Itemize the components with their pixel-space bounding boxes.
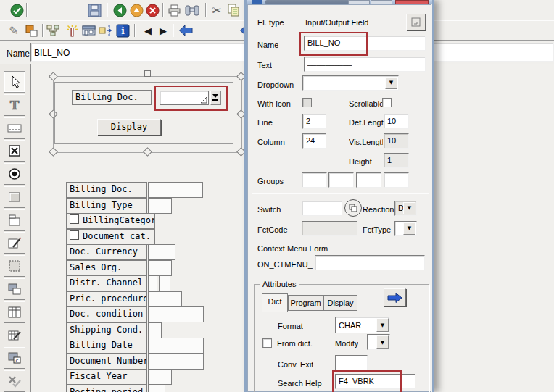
check-circle-icon[interactable] xyxy=(9,2,25,18)
tool-palette: T c xyxy=(0,64,30,392)
canvas-field-input[interactable] xyxy=(148,260,172,276)
canvas-keyword-label[interactable]: Billing Date xyxy=(66,338,147,354)
field-wizard-tool-button[interactable] xyxy=(4,232,25,254)
custom-control-tool-button[interactable]: c xyxy=(4,347,25,369)
table-wizard-tool-button[interactable] xyxy=(4,325,25,346)
name-field-label: Name xyxy=(7,49,30,59)
canvas-field-input[interactable] xyxy=(148,291,182,307)
canvas-label-text: Doc. Currency xyxy=(70,246,138,257)
toolbar-separator xyxy=(42,24,44,37)
info-icon[interactable]: i xyxy=(115,22,131,38)
attributes-dialog xyxy=(244,0,434,392)
canvas-label-text: Doc. condition xyxy=(70,309,143,319)
hierarchy-icon[interactable] xyxy=(45,22,61,38)
pushbutton-tool-button[interactable] xyxy=(4,186,25,208)
status-icon-tool-button[interactable] xyxy=(4,370,25,392)
canvas-label-text: Posting period xyxy=(70,387,143,392)
canvas-keyword-label[interactable]: Doc. condition xyxy=(66,306,147,322)
svg-text:T: T xyxy=(10,98,20,112)
canvas-label-text: BillingCategory xyxy=(83,215,155,225)
canvas-keyword-label[interactable]: Document Number xyxy=(66,354,147,370)
frame-tab-tool-button[interactable] xyxy=(4,209,25,231)
prev-triangle-icon[interactable]: ◀ xyxy=(140,22,156,38)
screen-window-icon[interactable] xyxy=(81,22,97,38)
cancel-icon[interactable] xyxy=(144,2,160,18)
text-tool-button[interactable]: T xyxy=(4,94,25,116)
canvas-keyword-label[interactable]: Billing Doc. xyxy=(66,182,147,198)
canvas-keyword-label[interactable]: Doc. Currency xyxy=(66,244,147,260)
exit-up-icon[interactable] xyxy=(128,2,144,18)
checkbox-glyph xyxy=(70,230,79,240)
canvas-field-input[interactable] xyxy=(148,275,157,291)
copy-object-icon[interactable] xyxy=(23,22,39,38)
checkbox-tool-button[interactable] xyxy=(4,140,25,162)
toolbar-separator xyxy=(26,3,28,17)
table-control-tool-button[interactable] xyxy=(4,301,25,323)
canvas-label-text: Fiscal Year xyxy=(70,371,127,381)
io-field-tool-button[interactable] xyxy=(4,117,25,139)
save-icon[interactable] xyxy=(86,2,102,18)
canvas-label-text: Shipping Cond. xyxy=(70,325,143,335)
tabstrip-tool-button[interactable] xyxy=(4,278,25,300)
canvas-field-input[interactable] xyxy=(148,182,203,198)
next-triangle-icon[interactable]: ▶ xyxy=(155,22,171,38)
canvas-field-input[interactable] xyxy=(159,275,170,291)
edit-pencil-icon[interactable]: ✎ xyxy=(6,22,22,38)
canvas-checkbox-element[interactable]: Document cat. xyxy=(66,229,155,245)
toolbar-separator xyxy=(162,3,164,17)
toolbar-separator xyxy=(107,3,108,17)
canvas-field-input[interactable] xyxy=(148,354,204,370)
canvas-label-text: Document Number xyxy=(70,356,147,366)
cut-icon[interactable]: ✂ xyxy=(209,2,225,18)
canvas-keyword-label[interactable]: Billing Type xyxy=(66,198,147,214)
canvas-keyword-label[interactable]: Distr. Channel xyxy=(66,275,147,291)
canvas-keyword-label[interactable]: Pric. procedure xyxy=(66,291,147,307)
find-icon[interactable] xyxy=(184,2,200,18)
toolbar-separator xyxy=(205,3,207,17)
toolbar-separator xyxy=(173,24,174,37)
canvas-label-text: Sales Org. xyxy=(70,262,122,272)
toolbar-separator xyxy=(134,24,136,37)
flow-left-arrow-icon[interactable] xyxy=(178,22,194,38)
canvas-checkbox-element[interactable]: BillingCategory xyxy=(66,213,155,229)
canvas-label-text: Billing Date xyxy=(70,340,133,350)
canvas-field-input[interactable] xyxy=(148,198,172,214)
canvas-keyword-label[interactable]: Fiscal Year xyxy=(66,369,147,385)
radio-button-tool-button[interactable] xyxy=(4,163,25,185)
pointer-tool-button[interactable] xyxy=(4,71,25,93)
canvas-field-input[interactable] xyxy=(148,306,204,322)
spark-icon[interactable] xyxy=(64,22,80,38)
canvas-field-input[interactable] xyxy=(148,322,162,338)
sap-screen-painter-window: ✂ ✎ i ◀ ▶ Flow logic xyxy=(0,0,554,392)
canvas-keyword-label[interactable]: Shipping Cond. xyxy=(66,322,147,338)
dialog-client-area xyxy=(247,4,431,392)
canvas-label-text: Billing Type xyxy=(70,200,133,210)
canvas-field-input[interactable] xyxy=(148,244,175,260)
copy-icon[interactable] xyxy=(226,2,241,18)
canvas-field-input[interactable] xyxy=(148,338,204,354)
canvas-label-text: Pric. procedure xyxy=(70,293,147,304)
canvas-label-text: Distr. Channel xyxy=(70,278,143,288)
subscreen-area-tool-button[interactable] xyxy=(4,255,25,277)
svg-text:i: i xyxy=(121,26,125,36)
canvas-keyword-label[interactable]: Sales Org. xyxy=(66,260,147,276)
canvas-field-input[interactable] xyxy=(148,385,165,392)
back-icon[interactable] xyxy=(112,2,128,18)
canvas-field-input[interactable] xyxy=(148,369,172,385)
print-icon[interactable] xyxy=(166,2,182,18)
annotation-canvas-input xyxy=(154,86,228,111)
move-arrows-icon[interactable] xyxy=(98,22,114,38)
svg-text:c: c xyxy=(16,358,19,364)
canvas-keyword-label[interactable]: Posting period xyxy=(66,385,147,392)
checkbox-glyph xyxy=(70,214,79,224)
canvas-label-text: Document cat. xyxy=(83,231,151,241)
canvas-label-text: Billing Doc. xyxy=(70,184,133,194)
